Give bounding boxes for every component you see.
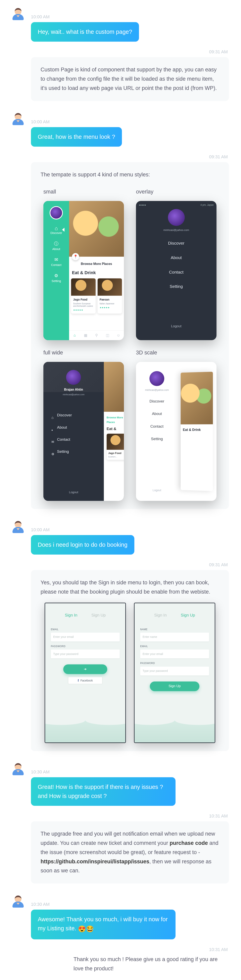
menu-item-discover[interactable]: Discover — [51, 409, 96, 421]
reply-timestamp: 09:31 AM — [12, 153, 229, 160]
gear-icon — [51, 451, 54, 453]
outgoing-bubble: Great! How is the support if there is an… — [31, 777, 176, 806]
password-input[interactable]: Type your password — [140, 667, 209, 675]
tab-signup[interactable]: Sign Up — [91, 612, 106, 619]
menu-item-setting[interactable]: Setting — [51, 445, 96, 458]
phone-mock-small: Discover About Contact Setting 📍 Browse … — [43, 201, 124, 340]
logout-link[interactable]: Logout — [153, 488, 161, 493]
reply-timestamp: 09:31 AM — [12, 48, 229, 55]
info-icon — [54, 240, 59, 245]
email-input[interactable]: Enter your email — [140, 649, 209, 659]
menu-item-contact[interactable]: Contact — [151, 423, 163, 430]
message-group: 10:00 AM Hey, wait.. what is the custom … — [12, 8, 229, 101]
timestamp: 10:00 AM — [31, 527, 49, 533]
phone-mock-signin: Sign In Sign Up EMAIL Enter your email P… — [44, 603, 126, 743]
rail-item-about[interactable]: About — [52, 240, 60, 251]
outgoing-bubble: Awesome! Thank you so much, i will buy i… — [31, 910, 176, 939]
reply-bubble: The upgrade free and you will get notifi… — [31, 821, 229, 883]
mail-icon — [51, 439, 54, 441]
menu-item-about[interactable]: About — [51, 422, 96, 433]
phone-mock-scale: minhcasi@yahoo.com Discover About Contac… — [136, 362, 217, 501]
message-group: 10:30 AM Great! How is the support if th… — [12, 763, 229, 883]
profile-name: Brajan Ahtin — [64, 387, 83, 392]
search-tab-icon[interactable]: ⚲ — [91, 331, 102, 340]
email-label: EMAIL — [140, 644, 209, 648]
menu-item-contact[interactable]: Contact — [51, 433, 96, 445]
message-group: 10:00 AM Great, how is the menu look ? 0… — [12, 113, 229, 509]
reply-timestamp: 10:31 AM — [12, 946, 229, 953]
reply-timestamp: 09:31 AM — [12, 562, 229, 568]
signup-button[interactable]: Sign Up — [150, 681, 200, 691]
tab-signin[interactable]: Sign In — [65, 612, 77, 619]
phone-mock-signup: Sign In Sign Up NAME Enter name EMAIL En… — [134, 603, 215, 743]
listing-card[interactable]: Jago Food Southern European and Amharakh… — [183, 434, 209, 473]
password-label: PASSWORD — [51, 644, 120, 648]
outgoing-bubble: Hey, wait.. what is the custom page? — [31, 22, 139, 41]
user-avatar — [12, 8, 24, 20]
password-input[interactable]: Type your password — [51, 649, 120, 659]
timestamp: 10:30 AM — [31, 901, 49, 908]
password-label: PASSWORD — [140, 661, 209, 665]
menu-item-setting[interactable]: Setting — [170, 283, 183, 290]
rail-item-contact[interactable]: Contact — [51, 256, 62, 267]
message-group: 10:30 AM Awesome! Thank you so much, i w… — [12, 896, 229, 973]
timestamp: 10:00 AM — [31, 13, 49, 20]
listing-card[interactable]: Jago Food Southern… — [107, 434, 124, 460]
name-input[interactable]: Enter name — [140, 633, 209, 641]
logout-link[interactable]: Logout — [69, 490, 78, 495]
gear-icon — [54, 272, 59, 277]
profile-email: minhcasi@yahoo.com — [145, 388, 169, 392]
reply-timestamp: 10:31 AM — [12, 813, 229, 819]
user-tab-icon[interactable]: ☺ — [113, 331, 124, 340]
listing-card[interactable]: Paesan Italian-Japanese ★★★★★ — [98, 278, 122, 313]
profile-email: minhcasi@yahoo.com — [163, 228, 189, 232]
tab-bar: ⌂ ▦ ⚲ ◫ ☺ — [69, 331, 124, 340]
reply-bubble-login: Yes, you should tap the Sign in side men… — [31, 570, 229, 751]
reply-text: Thank you so much ! Please give us a goo… — [72, 955, 229, 974]
name-label: NAME — [140, 627, 209, 632]
email-label: EMAIL — [51, 627, 120, 632]
rail-item-setting[interactable]: Setting — [52, 272, 61, 284]
menu-item-about[interactable]: About — [152, 410, 162, 417]
menu-item-setting[interactable]: Setting — [151, 436, 163, 442]
reply-bubble: Custom Page is kind of component that su… — [31, 57, 229, 101]
menu-style-label-full: full wide — [43, 348, 124, 358]
profile-avatar — [168, 209, 185, 226]
email-input[interactable]: Enter your email — [51, 633, 120, 641]
phone-mock-overlay: ●●●●●4 pm, Japan minhcasi@yahoo.com Disc… — [136, 201, 217, 340]
profile-avatar — [49, 206, 63, 220]
outgoing-bubble: Great, how is the menu look ? — [31, 127, 122, 146]
rail-item-discover[interactable]: Discover — [51, 224, 62, 235]
menu-item-discover[interactable]: Discover — [149, 398, 164, 404]
tab-signup[interactable]: Sign Up — [181, 612, 195, 619]
menu-styles-intro: The tempate is support 4 kind of menu st… — [41, 170, 219, 180]
user-avatar — [12, 763, 24, 775]
section-title: Eat & Drink — [69, 268, 124, 278]
user-avatar — [12, 113, 24, 125]
menu-style-label-scale: 3D scale — [136, 348, 217, 358]
tab-signin[interactable]: Sign In — [154, 612, 167, 619]
phone-mock-full: Brajan Ahtin minhcasi@yahoo.com Discover… — [43, 362, 124, 501]
menu-item-discover[interactable]: Discover — [168, 240, 185, 247]
listing-card[interactable]: Jago Food Southern European and Amharakh… — [71, 278, 95, 313]
home-icon — [51, 414, 54, 416]
outgoing-bubble: Does i need login to do do booking — [31, 535, 134, 555]
star-rating: ★★★★★ — [73, 308, 94, 312]
message-group: 10:00 AM Does i need login to do do book… — [12, 521, 229, 751]
emoji: 😍😂 — [78, 925, 94, 932]
signin-button[interactable]: ➜ — [63, 664, 108, 674]
reply-bubble-menu-styles: The tempate is support 4 kind of menu st… — [31, 162, 229, 509]
map-pin-icon[interactable]: 📍 — [72, 253, 79, 260]
home-tab-icon[interactable]: ⌂ — [69, 331, 80, 340]
mail-icon — [54, 256, 59, 261]
bookmark-tab-icon[interactable]: ◫ — [102, 331, 113, 340]
dot-icon — [51, 426, 54, 428]
logout-link[interactable]: Logout — [171, 323, 182, 329]
grid-tab-icon[interactable]: ▦ — [80, 331, 91, 340]
menu-item-about[interactable]: About — [171, 254, 182, 261]
menu-item-contact[interactable]: Contact — [169, 269, 183, 276]
facebook-button[interactable]: fFacebook — [68, 677, 103, 684]
menu-style-label-overlay: overlay — [136, 187, 217, 197]
menu-style-label-small: small — [43, 187, 124, 197]
timestamp: 10:30 AM — [31, 768, 49, 775]
